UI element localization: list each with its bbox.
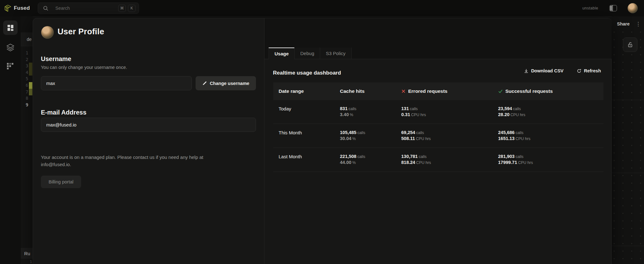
username-heading: Username xyxy=(41,55,71,63)
search-input[interactable]: Search ⌘ K xyxy=(38,3,139,14)
tab-debug[interactable]: Debug xyxy=(294,48,320,59)
diff-marker-added-dim xyxy=(29,89,32,95)
table-row: This Month 105,485calls 30.04% 69,254cal… xyxy=(273,124,603,148)
line-number-current: 9 xyxy=(21,102,28,108)
edit-pencil-icon xyxy=(202,81,207,86)
column-successful: Successful requests xyxy=(493,82,603,100)
line-number: 1 xyxy=(21,50,28,56)
change-username-label: Change username xyxy=(210,81,249,86)
refresh-icon xyxy=(577,69,581,73)
dashboard-actions: Download CSV Refresh xyxy=(522,68,603,74)
lock-toggle-button[interactable] xyxy=(623,37,637,52)
column-errored-label: Errored requests xyxy=(408,88,447,94)
more-options-icon[interactable]: ⋮ xyxy=(636,21,641,27)
map-tile-seam xyxy=(612,100,644,100)
right-pane-header-zone xyxy=(264,18,612,48)
layout-columns-icon[interactable] xyxy=(609,5,617,11)
top-bar: Fused Search ⌘ K unstable xyxy=(0,0,644,17)
row-label: This Month xyxy=(273,124,335,148)
column-date-range: Date range xyxy=(273,82,335,100)
diff-marker-modified xyxy=(29,63,32,76)
map-header: Share ⋮ xyxy=(612,16,644,31)
profile-avatar xyxy=(41,26,54,39)
plan-info-text: Your account is on a managed plan. Pleas… xyxy=(41,154,225,168)
profile-tabs: Usage Debug S3 Policy xyxy=(264,48,612,59)
tab-s3-policy[interactable]: S3 Policy xyxy=(320,48,352,59)
dashboard-title: Realtime usage dashboard xyxy=(273,70,341,76)
search-placeholder: Search xyxy=(55,6,116,11)
username-helper-text: You can only change your username once. xyxy=(41,65,127,70)
download-icon xyxy=(524,69,529,73)
map-panel: Share ⋮ xyxy=(612,16,644,264)
row-label: Today xyxy=(273,100,335,124)
line-number: 2 xyxy=(21,56,28,63)
table-row: Last Month 221,508calls 44.00% 130,781ca… xyxy=(273,148,603,172)
k-key-badge: K xyxy=(128,5,136,12)
diff-marker-added xyxy=(29,82,32,89)
layers-icon xyxy=(6,43,15,52)
billing-portal-button[interactable]: Billing portal xyxy=(41,176,81,188)
modal-title: User Profile xyxy=(58,27,104,37)
download-csv-label: Download CSV xyxy=(531,68,564,73)
line-number: 3 xyxy=(21,63,28,69)
sidebar-item-workbench[interactable] xyxy=(3,20,18,35)
column-cache-hits: Cache hits xyxy=(335,82,396,100)
table-row: Today 831calls 3.40% 131calls 0.31CPU hr… xyxy=(273,100,603,124)
download-csv-button[interactable]: Download CSV xyxy=(522,68,565,74)
change-username-button[interactable]: Change username xyxy=(196,76,256,90)
column-errored: Errored requests xyxy=(396,82,493,100)
success-check-icon xyxy=(498,89,503,93)
line-number: 8 xyxy=(21,95,28,102)
modules-icon xyxy=(7,63,14,70)
cmd-key-badge: ⌘ xyxy=(118,5,126,12)
email-heading: E-mail Address xyxy=(41,109,86,116)
line-number: 6 xyxy=(21,82,28,89)
editor-tabzone xyxy=(21,16,33,32)
editor-file-tab[interactable]: de xyxy=(21,32,33,46)
code-editor-strip: de 1 2 3 4 5 6 7 8 9 Ru 1 xyxy=(21,16,33,264)
sidebar-item-layers[interactable] xyxy=(3,40,18,55)
line-number: 5 xyxy=(21,76,28,82)
fused-logo-icon xyxy=(4,4,12,12)
workbench-icon xyxy=(8,25,14,31)
app-window: Fused Search ⌘ K unstable xyxy=(0,0,644,264)
line-number-gutter: 1 2 3 4 5 6 7 8 9 xyxy=(21,50,28,108)
search-icon xyxy=(43,6,48,11)
brand-name: Fused xyxy=(14,0,30,16)
sidebar-rail xyxy=(0,16,21,264)
username-input[interactable] xyxy=(41,76,192,90)
lock-open-icon xyxy=(627,42,633,48)
column-successful-label: Successful requests xyxy=(505,88,553,94)
refresh-button[interactable]: Refresh xyxy=(575,68,603,74)
usage-table-header: Date range Cache hits Errored requests xyxy=(273,82,603,100)
row-label: Last Month xyxy=(273,148,335,171)
bottom-line-number: 1 xyxy=(25,259,32,264)
error-x-icon xyxy=(401,89,406,93)
share-button[interactable]: Share xyxy=(617,21,630,26)
line-number: 7 xyxy=(21,89,28,95)
sidebar-item-modules[interactable] xyxy=(3,59,18,74)
user-avatar[interactable] xyxy=(628,3,638,13)
map-tile-seam xyxy=(612,246,644,246)
tab-usage[interactable]: Usage xyxy=(269,48,295,59)
line-number: 4 xyxy=(21,69,28,76)
environment-label: unstable xyxy=(582,0,598,16)
usage-table: Date range Cache hits Errored requests xyxy=(273,82,603,172)
map-tile-seam xyxy=(612,173,644,173)
email-input[interactable] xyxy=(41,118,256,132)
run-panel-tab[interactable]: Ru xyxy=(21,248,33,259)
user-profile-modal: User Profile ✕ Username You can only cha… xyxy=(33,18,612,264)
refresh-label: Refresh xyxy=(584,68,601,73)
